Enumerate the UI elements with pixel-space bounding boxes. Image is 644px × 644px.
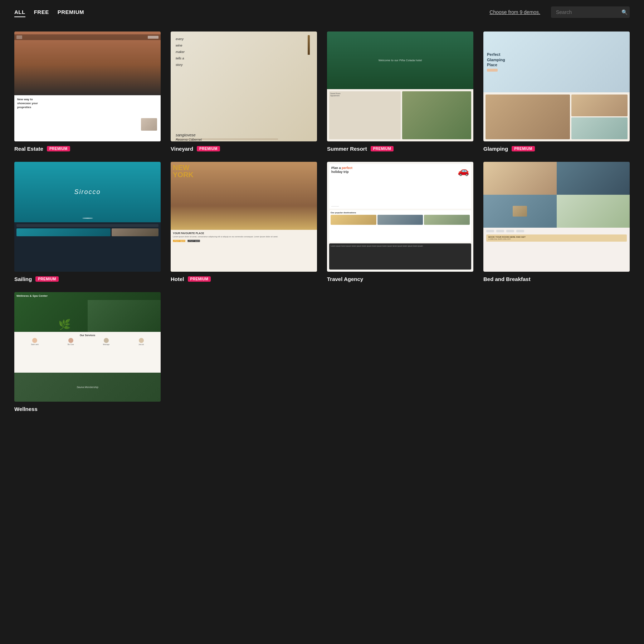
top-bar: ALL FREE PREMIUM Choose from 9 demos. 🔍 [0,0,644,24]
glamping-label: Glamping PREMIUM [483,146,630,152]
bed-and-breakfast-name: Bed and Breakfast [483,276,531,282]
wellness-thumb: Wellness & Spa Center 🌿 Our Services Sal… [14,292,161,402]
demo-card-sailing[interactable]: Sirocco Sailing PREMIUM [14,162,161,282]
demo-card-hotel[interactable]: NEWYORK YOUR FAVOURITE PLACE Lorem ipsum… [171,162,317,282]
demo-card-vineyard[interactable]: everywinemakertells astory sangiovese Re… [171,32,317,152]
right-section: Choose from 9 demos. 🔍 [489,6,630,18]
demo-card-real-estate[interactable]: New way toshowcase yourpropreties Real E… [14,32,161,152]
filter-tab-all[interactable]: ALL [14,8,25,17]
demo-card-wellness[interactable]: Wellness & Spa Center 🌿 Our Services Sal… [14,292,161,412]
wellness-label: Wellness [14,406,161,412]
demos-label: Choose from 9 demos. [489,9,540,15]
wellness-name: Wellness [14,406,38,412]
demo-card-bed-and-breakfast[interactable]: BOOK YOUR ROOM HERE AND GET A SPECIAL RA… [483,162,630,282]
vineyard-name: Vineyard [171,146,193,152]
filter-tab-premium[interactable]: PREMIUM [58,8,84,17]
hotel-badge: PREMIUM [188,276,211,282]
glamping-thumb: PerfectGlampingPlace [483,32,630,141]
bed-and-breakfast-label: Bed and Breakfast [483,276,630,282]
demo-card-glamping[interactable]: PerfectGlampingPlace Glamping PREMIUM [483,32,630,152]
glamping-name: Glamping [483,146,508,152]
filter-tabs: ALL FREE PREMIUM [14,8,84,17]
sailing-badge: PREMIUM [35,276,59,282]
vineyard-badge: PREMIUM [197,146,220,151]
hotel-label: Hotel PREMIUM [171,276,317,282]
search-icon: 🔍 [621,9,628,15]
vineyard-label: Vineyard PREMIUM [171,146,317,152]
demos-grid: New way toshowcase yourpropreties Real E… [0,24,644,426]
sailing-label: Sailing PREMIUM [14,276,161,282]
filter-tab-free[interactable]: FREE [34,8,49,17]
bed-and-breakfast-thumb: BOOK YOUR ROOM HERE AND GET A SPECIAL RA… [483,162,630,272]
sailing-name: Sailing [14,276,32,282]
demo-card-summer-resort[interactable]: Welcome to our Piña Colada hotel Sweet R… [327,32,473,152]
real-estate-badge: PREMIUM [47,146,70,151]
summer-resort-thumb: Welcome to our Piña Colada hotel Sweet R… [327,32,473,141]
search-box: 🔍 [551,6,630,18]
real-estate-thumb: New way toshowcase yourpropreties [14,32,161,141]
glamping-badge: PREMIUM [512,146,535,151]
demos-link[interactable]: 9 demos. [519,9,540,15]
hotel-thumb: NEWYORK YOUR FAVOURITE PLACE Lorem ipsum… [171,162,317,272]
sailing-thumb: Sirocco [14,162,161,272]
summer-resort-label: Summer Resort PREMIUM [327,146,473,152]
travel-agency-thumb: Plan a perfectholiday trip 🚗 ───── Our p… [327,162,473,272]
real-estate-label: Real Estate PREMIUM [14,146,161,152]
travel-agency-name: Travel Agency [327,276,363,282]
search-input[interactable] [556,9,619,15]
travel-agency-label: Travel Agency [327,276,473,282]
summer-resort-name: Summer Resort [327,146,367,152]
hotel-name: Hotel [171,276,184,282]
demo-card-travel-agency[interactable]: Plan a perfectholiday trip 🚗 ───── Our p… [327,162,473,282]
summer-resort-badge: PREMIUM [371,146,394,151]
vineyard-thumb: everywinemakertells astory sangiovese Re… [171,32,317,141]
real-estate-name: Real Estate [14,146,43,152]
